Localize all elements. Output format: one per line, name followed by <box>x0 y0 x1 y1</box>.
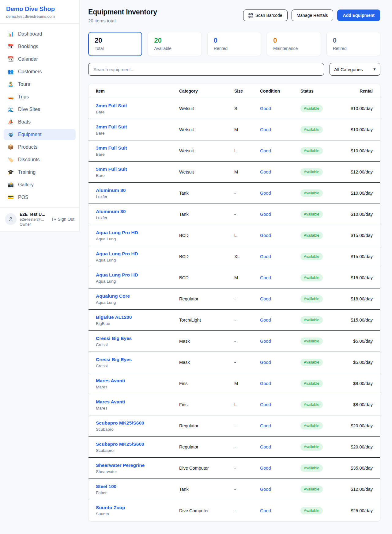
item-name-link[interactable]: Cressi Big Eyes <box>96 357 132 362</box>
user-name: E2E Test U... <box>20 212 45 217</box>
scan-barcode-button[interactable]: Scan Barcode <box>243 10 288 21</box>
sidebar-item-equipment[interactable]: 🤿 Equipment <box>4 129 76 140</box>
item-rental: $10.00/day <box>346 191 373 196</box>
condition-link[interactable]: Good <box>260 170 271 174</box>
sidebar-item-boats[interactable]: ⛵ Boats <box>4 116 76 128</box>
condition-link[interactable]: Good <box>260 212 271 217</box>
table-row: 5mm Full Suit Bare Wetsuit M Good Availa… <box>89 162 380 183</box>
sidebar-item-gallery[interactable]: 📸 Gallery <box>4 179 76 190</box>
item-name-link[interactable]: Scubapro MK25/S600 <box>96 441 144 447</box>
sidebar-item-label: Gallery <box>18 182 34 188</box>
category-select[interactable]: All Categories ▼ <box>330 63 380 76</box>
condition-link[interactable]: Good <box>260 466 271 471</box>
item-name-link[interactable]: Aqua Lung Pro HD <box>96 230 138 235</box>
item-brand: Faber <box>96 490 179 495</box>
item-name-link[interactable]: Aqualung Core <box>96 293 130 299</box>
sign-out-button[interactable]: Sign Out <box>51 217 74 222</box>
item-name-link[interactable]: Shearwater Peregrine <box>96 463 145 468</box>
sidebar-item-pos[interactable]: 💳 POS <box>4 192 76 203</box>
sidebar-item-calendar[interactable]: 📆 Calendar <box>4 54 76 65</box>
table-row: Aluminum 80 Luxfer Tank - Good Available… <box>89 204 380 225</box>
sidebar-item-dashboard[interactable]: 📊 Dashboard <box>4 29 76 40</box>
condition-link[interactable]: Good <box>260 402 271 407</box>
item-brand: Aqua Lung <box>96 258 179 262</box>
condition-link[interactable]: Good <box>260 127 271 132</box>
condition-link[interactable]: Good <box>260 296 271 301</box>
stat-card-total[interactable]: 20 Total <box>88 32 142 56</box>
header-actions: Scan Barcode Manage Rentals Add Equipmen… <box>243 8 380 21</box>
status-badge: Available <box>300 507 323 514</box>
item-name-link[interactable]: Mares Avanti <box>96 378 125 383</box>
sidebar-item-training[interactable]: 🎓 Training <box>4 167 76 178</box>
filters-row: All Categories ▼ <box>88 63 380 76</box>
item-name-link[interactable]: 3mm Full Suit <box>96 103 127 109</box>
item-name-link[interactable]: Aqua Lung Pro HD <box>96 272 138 278</box>
condition-link[interactable]: Good <box>260 254 271 259</box>
sidebar-item-customers[interactable]: 👥 Customers <box>4 66 76 77</box>
sidebar-item-discounts[interactable]: 🏷️ Discounts <box>4 154 76 165</box>
sidebar-item-products[interactable]: 📦 Products <box>4 142 76 153</box>
item-name-link[interactable]: Suunto Zoop <box>96 505 125 510</box>
table-row: Scubapro MK25/S600 Scubapro Regulator - … <box>89 437 380 458</box>
condition-link[interactable]: Good <box>260 487 271 492</box>
stat-card-rented[interactable]: 0 Rented <box>207 32 261 56</box>
condition-link[interactable]: Good <box>260 318 271 322</box>
brand-block: Demo Dive Shop demo.test.divestreams.com <box>0 0 79 24</box>
condition-link[interactable]: Good <box>260 444 271 449</box>
item-name-link[interactable]: BigBlue AL1200 <box>96 315 132 320</box>
status-badge: Available <box>300 189 323 197</box>
sidebar-item-dive-sites[interactable]: 🌊 Dive Sites <box>4 104 76 115</box>
item-brand: Shearwater <box>96 469 179 474</box>
stat-card-retired[interactable]: 0 Retired <box>326 32 380 56</box>
item-rental: $15.00/day <box>346 254 373 259</box>
item-category: BCD <box>179 275 234 280</box>
item-category: Regulator <box>179 296 234 301</box>
item-rental: $5.00/day <box>346 360 373 365</box>
sidebar-item-bookings[interactable]: 📅 Bookings <box>4 41 76 52</box>
condition-link[interactable]: Good <box>260 148 271 153</box>
item-rental: $18.00/day <box>346 296 373 301</box>
item-name-link[interactable]: Steel 100 <box>96 484 116 489</box>
stat-card-maintenance[interactable]: 0 Maintenance <box>267 32 321 56</box>
sidebar-item-tours[interactable]: 🏝️ Tours <box>4 79 76 90</box>
item-name-link[interactable]: Aluminum 80 <box>96 209 126 214</box>
item-name-link[interactable]: 3mm Full Suit <box>96 145 127 151</box>
brand-name[interactable]: Demo Dive Shop <box>6 6 73 13</box>
column-header-size: Size <box>234 89 260 93</box>
item-brand: Bare <box>96 131 179 135</box>
items-total-subtitle: 20 items total <box>88 18 157 23</box>
item-size: - <box>234 508 260 513</box>
wave-icon: 🌊 <box>7 107 14 112</box>
item-rental: $35.00/day <box>346 466 373 471</box>
stat-card-available[interactable]: 20 Available <box>148 32 202 56</box>
add-equipment-button[interactable]: Add Equipment <box>337 10 380 21</box>
condition-link[interactable]: Good <box>260 339 271 344</box>
condition-link[interactable]: Good <box>260 233 271 238</box>
condition-link[interactable]: Good <box>260 381 271 386</box>
item-name-link[interactable]: Scubapro MK25/S600 <box>96 420 144 426</box>
item-name-link[interactable]: 5mm Full Suit <box>96 166 127 172</box>
sidebar-item-trips[interactable]: 🚤 Trips <box>4 91 76 102</box>
manage-rentals-button[interactable]: Manage Rentals <box>292 10 333 21</box>
condition-link[interactable]: Good <box>260 275 271 280</box>
item-category: Regulator <box>179 444 234 449</box>
condition-link[interactable]: Good <box>260 191 271 196</box>
item-name-link[interactable]: Cressi Big Eyes <box>96 336 132 341</box>
camera-icon: 📸 <box>7 182 14 187</box>
item-category: BCD <box>179 233 234 238</box>
user-section: E2E Test U... e2e-tester@... Owner Sign … <box>0 207 79 231</box>
condition-link[interactable]: Good <box>260 423 271 428</box>
condition-link[interactable]: Good <box>260 106 271 111</box>
item-name-link[interactable]: Mares Avanti <box>96 399 125 405</box>
search-input[interactable] <box>88 63 324 76</box>
sidebar-item-label: Customers <box>18 69 42 74</box>
chevron-down-icon: ▼ <box>373 67 376 71</box>
sailboat-icon: ⛵ <box>7 120 14 124</box>
item-rental: $12.00/day <box>346 170 373 174</box>
item-name-link[interactable]: Aluminum 80 <box>96 188 126 193</box>
condition-link[interactable]: Good <box>260 508 271 513</box>
diving-mask-icon: 🤿 <box>7 132 14 137</box>
item-name-link[interactable]: Aqua Lung Pro HD <box>96 251 138 257</box>
condition-link[interactable]: Good <box>260 360 271 365</box>
item-name-link[interactable]: 3mm Full Suit <box>96 124 127 130</box>
